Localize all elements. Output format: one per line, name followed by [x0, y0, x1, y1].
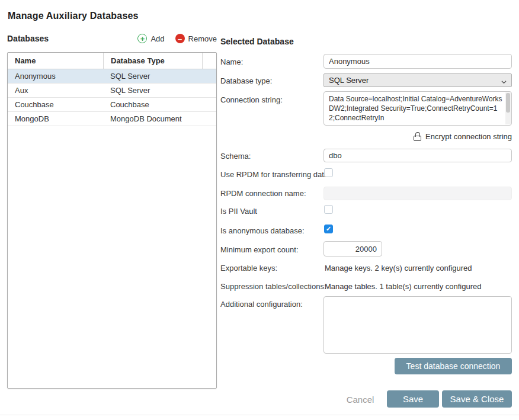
row-name-cell: Couchbase: [8, 100, 103, 109]
remove-database-button[interactable]: – Remove: [175, 34, 217, 43]
table-row-anonymous[interactable]: Anonymous SQL Server: [8, 69, 216, 84]
exportable-keys-label: Exportable keys:: [220, 264, 277, 272]
suppression-tables-label: Suppression tables/collections:: [220, 282, 326, 291]
name-label: Name:: [220, 57, 243, 66]
cancel-button[interactable]: Cancel: [342, 392, 378, 406]
name-input[interactable]: [323, 54, 512, 69]
databases-toolbar: + Add – Remove: [137, 34, 217, 43]
database-type-value: SQL Server: [329, 76, 369, 85]
scrollbar-thumb[interactable]: [506, 93, 510, 113]
rpdm-connection-name-label: RPDM connection name:: [220, 189, 306, 198]
schema-input[interactable]: [323, 149, 512, 162]
encrypt-link-label: Encrypt connection string: [425, 132, 512, 141]
connection-string-textarea[interactable]: Data Source=localhost;Initial Catalog=Ad…: [323, 91, 512, 126]
databases-table: Name Database Type Anonymous SQL Server …: [7, 52, 217, 389]
suppression-tables-value[interactable]: Manage tables. 1 table(s) currently conf…: [325, 282, 481, 291]
minimum-export-count-label: Minimum export count:: [220, 245, 299, 254]
chevron-down-icon: [501, 78, 507, 83]
is-pii-vault-label: Is PII Vault: [220, 207, 257, 216]
database-type-label: Database type:: [220, 76, 272, 85]
remove-icon: –: [175, 34, 185, 43]
databases-panel-title: Databases: [7, 34, 49, 43]
connection-string-label: Connection string:: [220, 95, 283, 104]
row-name-cell: MongoDB: [8, 114, 103, 123]
manage-auxiliary-databases-dialog: { "page_title": "Manage Auxiliary Databa…: [0, 0, 519, 420]
exportable-keys-value[interactable]: Manage keys. 2 key(s) currently configur…: [325, 264, 472, 272]
row-name-cell: Anonymous: [8, 72, 103, 81]
minimum-export-count-input[interactable]: [323, 241, 382, 257]
is-anonymous-database-label: Is anonymous database:: [220, 226, 305, 235]
table-row-aux[interactable]: Aux SQL Server: [8, 84, 216, 98]
bottom-divider: [0, 415, 519, 415]
additional-configuration-label: Additional configuration:: [220, 300, 303, 309]
add-database-button[interactable]: + Add: [137, 34, 164, 43]
column-header-spacer: [202, 53, 216, 69]
column-header-name[interactable]: Name: [8, 53, 103, 69]
row-type-cell: Couchbase: [103, 100, 216, 109]
is-pii-vault-checkbox[interactable]: [324, 205, 333, 214]
row-type-cell: SQL Server: [103, 86, 216, 95]
remove-button-label: Remove: [188, 34, 217, 43]
databases-table-header: Name Database Type: [8, 53, 216, 69]
test-database-connection-button[interactable]: Test database connection: [395, 358, 512, 374]
selected-database-title: Selected Database: [220, 37, 294, 46]
rpdm-connection-name-input: [323, 187, 512, 200]
database-type-select[interactable]: SQL Server: [323, 73, 512, 87]
additional-configuration-textarea[interactable]: [323, 296, 512, 354]
row-type-cell: SQL Server: [103, 72, 216, 81]
schema-label: Schema:: [220, 152, 251, 161]
use-rpdm-checkbox[interactable]: [324, 168, 333, 177]
row-type-cell: MongoDB Document: [103, 114, 216, 123]
add-button-label: Add: [150, 34, 164, 43]
save-and-close-button[interactable]: Save & Close: [442, 390, 512, 408]
is-anonymous-database-checkbox[interactable]: ✓: [324, 225, 333, 233]
lock-icon: [414, 132, 421, 141]
page-title: Manage Auxiliary Databases: [8, 11, 139, 21]
connection-string-value: Data Source=localhost;Initial Catalog=Ad…: [324, 92, 505, 125]
row-name-cell: Aux: [8, 86, 103, 95]
column-header-database-type[interactable]: Database Type: [103, 53, 202, 69]
databases-panel-header: Databases + Add – Remove: [7, 34, 217, 43]
add-icon: +: [137, 34, 147, 43]
table-row-couchbase[interactable]: Couchbase Couchbase: [8, 98, 216, 112]
connection-string-scrollbar[interactable]: [505, 92, 511, 124]
encrypt-connection-string-button[interactable]: Encrypt connection string: [323, 132, 512, 141]
save-button[interactable]: Save: [387, 390, 439, 408]
table-row-mongodb[interactable]: MongoDB MongoDB Document: [8, 112, 216, 126]
use-rpdm-label: Use RPDM for transferring data:: [220, 170, 331, 179]
